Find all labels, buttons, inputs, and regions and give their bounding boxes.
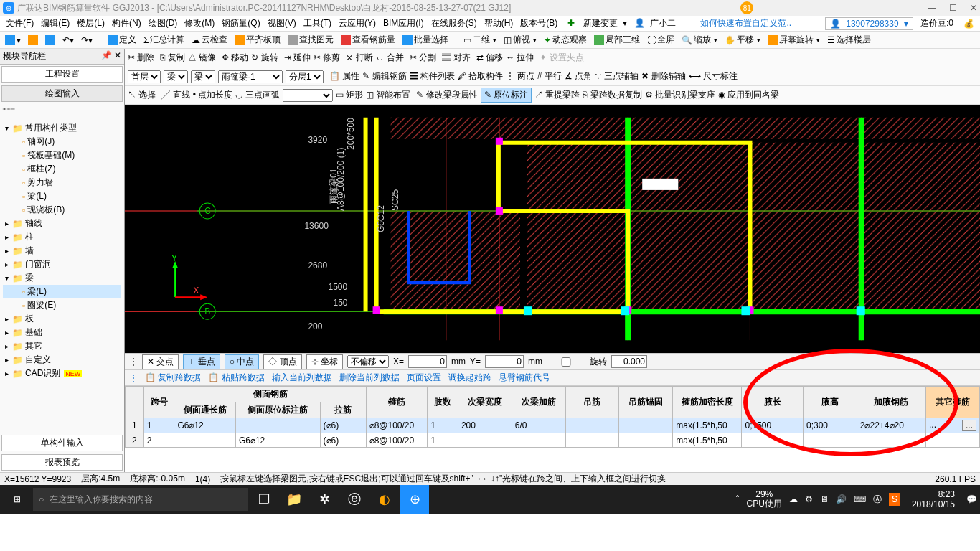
snap-intersection[interactable]: ✕ 交点 [142, 354, 179, 369]
maximize-button[interactable]: ☐ [949, 3, 957, 13]
relift-btn[interactable]: ↗ 重提梁跨 [534, 89, 580, 101]
mi[interactable]: 文件(F) [3, 16, 37, 31]
two-point-btn[interactable]: ⋮ 两点 [506, 70, 534, 83]
apply-same-btn[interactable]: ◉ 应用到同名梁 [718, 89, 779, 101]
tree-node[interactable]: ▾📁梁 [3, 271, 121, 285]
tree-node[interactable]: ▸📁其它 [3, 339, 121, 353]
minimize-button[interactable]: — [928, 3, 936, 13]
screen-rotate-btn[interactable]: 屏幕旋转 [765, 33, 822, 47]
table-row[interactable]: 11G6⌀12(⌀6)⌀8@100/2012006/0max(1.5*h,500… [126, 418, 980, 433]
point-len-btn[interactable]: • 点加长度 [193, 89, 233, 101]
input-col-btn[interactable]: 输入当前列数据 [272, 372, 332, 384]
floor-select[interactable]: 首层 [128, 70, 161, 83]
align-btn[interactable]: ▤ 对齐 [442, 52, 470, 64]
delete-btn[interactable]: ✂ 删除 [128, 52, 154, 64]
mi[interactable]: 视图(V) [265, 16, 299, 31]
tray-icon[interactable]: ⚙ [805, 494, 813, 504]
rotate-check[interactable] [547, 357, 585, 367]
page-setup-btn[interactable]: 页面设置 [407, 372, 441, 384]
pin-icon[interactable]: 📌 ✕ [101, 50, 121, 62]
extend-btn[interactable]: ⇥ 延伸 [284, 52, 311, 64]
batch-select-btn[interactable]: 批量选择 [400, 33, 451, 47]
edge-icon[interactable]: ⓔ [340, 485, 369, 514]
trim-btn[interactable]: ✂ 修剪 [314, 52, 340, 64]
pick-btn[interactable]: 🖉 拾取构件 [458, 70, 503, 83]
move-btn[interactable]: ✥ 移动 [222, 52, 248, 64]
app-icon-2[interactable]: ◐ [370, 485, 399, 514]
start-button[interactable]: ⊞ [3, 485, 32, 514]
tree-node[interactable]: ▸📁CAD识别NEW [3, 367, 121, 380]
cat-select[interactable]: 梁 [164, 70, 188, 83]
delete-col-btn[interactable]: 删除当前列数据 [339, 372, 400, 384]
search-box[interactable]: ○ 在这里输入你要搜索的内容 [33, 488, 248, 511]
offset-select[interactable]: 不偏移 [347, 355, 389, 368]
cloud-check-btn[interactable]: ☁ 云检查 [189, 33, 230, 47]
line-btn[interactable]: ╱ 直线 [161, 89, 189, 101]
fullscreen-btn[interactable]: ⛶ 全屏 [645, 33, 677, 47]
modify-seg-btn[interactable]: ✎ 修改梁段属性 [416, 89, 477, 101]
mi[interactable]: 钢筋量(Q) [219, 16, 263, 31]
inplace-label-btn[interactable]: ✎ 原位标注 [481, 88, 532, 103]
split-btn[interactable]: ✂ 分割 [410, 52, 436, 64]
sum-btn[interactable]: Σ 汇总计算 [141, 33, 187, 47]
tab-project[interactable]: 工程设置 [1, 66, 123, 83]
accessibility-icon[interactable]: Ⓐ [873, 494, 882, 506]
mi[interactable]: 绘图(D) [146, 16, 181, 31]
snap-vertex[interactable]: ◇ 顶点 [263, 354, 301, 369]
rotate-input[interactable] [611, 355, 647, 368]
parallel-btn[interactable]: # 平行 [537, 70, 562, 83]
flat-top-btn[interactable]: 平齐板顶 [232, 33, 283, 47]
tree-node[interactable]: ▸📁自定义 [3, 353, 121, 367]
mi[interactable]: BIM应用(I) [380, 16, 427, 31]
app-icon-1[interactable]: ✲ [310, 485, 339, 514]
folder-icon[interactable]: 📁 [280, 485, 308, 514]
mi[interactable]: 在线服务(S) [428, 16, 480, 31]
ime-icon[interactable]: S [889, 493, 900, 506]
arc-btn[interactable]: ◡ 三点画弧 [235, 89, 279, 101]
tree-node[interactable]: ▸📁门窗洞 [3, 258, 121, 271]
tree-node[interactable]: ▫剪力墙 [3, 176, 121, 189]
task-view-icon[interactable]: ❐ [250, 485, 278, 514]
snap-mid[interactable]: ○ 中点 [225, 354, 260, 369]
mi[interactable]: 云应用(Y) [336, 16, 379, 31]
zoom-btn[interactable]: 🔍 缩放 [679, 33, 720, 47]
local3d-btn[interactable]: 局部三维 [592, 33, 642, 47]
app-icon-3[interactable]: ⊕ [400, 485, 429, 514]
snap-perp[interactable]: ⊥ 垂点 [183, 354, 220, 369]
volume-icon[interactable]: 🔊 [836, 494, 847, 504]
three-point-btn[interactable]: ∵ 三点辅轴 [595, 70, 639, 83]
tab-draw[interactable]: 绘图输入 [1, 85, 123, 102]
keyboard-icon[interactable]: ⌨ [854, 494, 866, 504]
snap-coord[interactable]: ⊹ 坐标 [306, 354, 343, 369]
smart-btn[interactable]: ◫ 智能布置 [366, 89, 410, 101]
merge-btn[interactable]: ⫝ 合并 [376, 52, 404, 64]
tree-node[interactable]: ▫梁(L) [3, 189, 121, 203]
ellipsis-button[interactable]: ... [962, 420, 976, 431]
user-label[interactable]: 👤 广小二 [631, 16, 682, 31]
copy-btn[interactable]: ⎘ 复制 [160, 52, 184, 64]
level-select[interactable]: 分层1 [286, 70, 324, 83]
copy-span-btn[interactable]: 📋 复制跨数据 [145, 372, 201, 384]
swap-start-btn[interactable]: 调换起始跨 [448, 372, 491, 384]
tray-chevron-icon[interactable]: ˄ [735, 494, 740, 504]
dimension-btn[interactable]: ⟷ 尺寸标注 [689, 70, 738, 83]
mi[interactable]: 帮助(H) [481, 16, 517, 31]
tab-report[interactable]: 报表预览 [1, 454, 123, 471]
drawing-canvas[interactable]: CB Y X 3920 13600 2680 1500 150 200 200*… [125, 105, 980, 353]
tree-node[interactable]: ▫圈梁(E) [3, 298, 121, 312]
2d-btn[interactable]: ▭ 二维 [461, 33, 499, 47]
add-icon[interactable]: ⁺⁺⁻ [2, 105, 15, 116]
tree-node[interactable]: ▫筏板基础(M) [3, 149, 121, 162]
new-icon[interactable]: ▾ [3, 34, 23, 46]
edit-rebar-btn[interactable]: ✎ 编辑钢筋 [362, 70, 406, 83]
arc-mode[interactable] [283, 89, 333, 102]
paste-span-btn[interactable]: 📋 粘贴跨数据 [208, 372, 264, 384]
tree-node[interactable]: ▫轴网(J) [3, 135, 121, 149]
cpu-meter[interactable]: 29%CPU使用 [747, 490, 782, 509]
find-btn[interactable]: 查找图元 [286, 33, 336, 47]
mirror-btn[interactable]: △ 镜像 [188, 52, 216, 64]
point-angle-btn[interactable]: ∡ 点角 [565, 70, 592, 83]
x-input[interactable] [408, 355, 447, 368]
tree-node[interactable]: ▾📁常用构件类型 [3, 121, 121, 135]
table-row[interactable]: 22G6⌀12(⌀6)⌀8@100/201max(1.5*h,50 [126, 433, 980, 448]
